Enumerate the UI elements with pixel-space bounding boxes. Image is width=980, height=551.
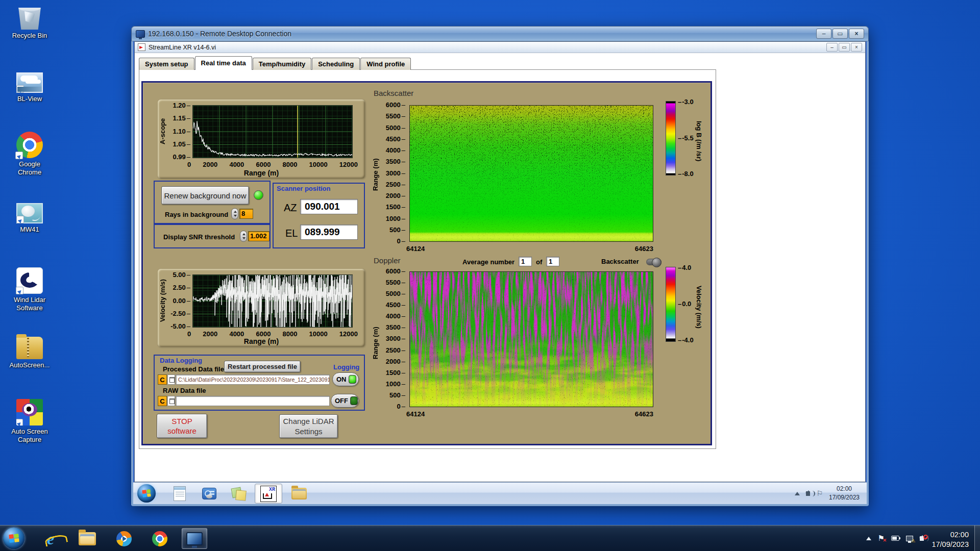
snr-value[interactable]: 1.002 (248, 231, 270, 241)
average-number-value[interactable]: 1 (519, 257, 532, 266)
tick-label: 0 (397, 238, 405, 244)
host-taskbar-wmp-button[interactable] (111, 528, 137, 549)
tick-label: 4500 (386, 136, 405, 142)
tick-label: 0.99 (173, 154, 190, 160)
desktop-icon-label: BL-View (7, 95, 52, 103)
tab-wind-profile[interactable]: Wind profile (360, 58, 411, 70)
remote-volume-icon[interactable] (806, 491, 810, 496)
vi-restore-button[interactable]: ▭ (839, 43, 850, 52)
doppler-x-end: 64623 (623, 410, 653, 418)
host-taskbar-rdp-button[interactable] (182, 528, 207, 549)
az-label: AZ (284, 202, 297, 214)
backscatter-toggle-label: Backscatter (601, 258, 639, 265)
stop-software-button[interactable]: STOP software (157, 414, 207, 438)
desktop-icon-zip-folder[interactable]: AutoScreen... (7, 335, 52, 369)
remote-taskbar-notepad-button[interactable] (166, 484, 193, 504)
tick-label: 2500 (386, 347, 405, 353)
doppler-colorbar-label: Velocity (m/s) (695, 274, 703, 340)
vi-titlebar[interactable]: StreamLine XR v14-6.vi – ▭ × (135, 42, 865, 53)
az-value[interactable]: 090.001 (300, 199, 358, 214)
tick-label: 6000 (386, 268, 405, 274)
tick-label: 4000 (386, 147, 405, 153)
raw-drive-box[interactable]: C (158, 396, 167, 406)
tick-label: -3.0 (678, 99, 694, 105)
velocity-xlabel: Range (m) (158, 337, 365, 345)
rdp-titlebar[interactable]: 192.168.0.150 - Remote Desktop Connectio… (131, 26, 869, 41)
tick-label: 2500 (386, 182, 405, 187)
rays-value[interactable]: 8 (239, 209, 253, 219)
restart-processed-button[interactable]: Restart processed file (224, 361, 301, 372)
remote-clock[interactable]: 02:00 17/09/2023 (825, 485, 864, 502)
remote-taskbar-notes-button[interactable] (225, 484, 253, 504)
action-center-icon[interactable]: ⚑✕ (878, 534, 885, 543)
tick-label: 4000 (386, 313, 405, 319)
desktop-icon-auto-screen-capture[interactable]: Auto Screen Capture (7, 399, 52, 444)
tick-label: 8000 (283, 330, 298, 338)
remote-taskbar-settings-button[interactable] (195, 484, 223, 504)
tick-label: 4000 (229, 161, 244, 168)
doppler-colorbar-ticks: 4.00.0-4.0 (678, 265, 694, 343)
desktop-icon-chrome[interactable]: Google Chrome (7, 132, 52, 177)
scanner-position-box: Scanner position AZ 090.001 EL 089.999 (273, 183, 365, 248)
vi-minimize-button[interactable]: – (826, 43, 838, 52)
vi-close-button[interactable]: × (851, 43, 862, 52)
tick-label: 3000 (386, 170, 405, 176)
tick-label: 2000 (203, 161, 217, 168)
maximize-button[interactable]: ▭ (832, 29, 848, 39)
desktop-icon-bl-view[interactable]: BL-View (7, 69, 52, 103)
processed-path-field[interactable]: C:\Lidar\Data\Proc\2023\202309\20230917\… (176, 374, 330, 385)
snr-spinner[interactable] (240, 231, 247, 242)
tick-label: 2000 (386, 193, 405, 198)
host-taskbar-ie-button[interactable]: e (38, 528, 63, 549)
network-warning-icon[interactable]: ⚠ (906, 536, 913, 541)
el-value[interactable]: 089.999 (300, 224, 358, 240)
bl-view-icon (16, 72, 43, 93)
backscatter-toggle[interactable] (646, 259, 662, 265)
tick-label: -5.00 (170, 323, 190, 329)
tick-label: -4.0 (678, 337, 694, 343)
remote-taskbar-folder-button[interactable] (285, 484, 313, 504)
desktop-icon-recycle-bin[interactable]: Recycle Bin (7, 3, 52, 40)
tray-expand-icon[interactable] (866, 537, 871, 540)
backscatter-yticks: 6000550050004500400035003000250020001500… (381, 102, 405, 244)
remote-tray-expand-icon[interactable] (795, 492, 800, 495)
off-led (350, 396, 358, 405)
remote-action-center-icon[interactable]: ⚐ (816, 489, 823, 497)
processed-logging-on-button[interactable]: ON (332, 372, 359, 386)
tab-temp-humidity[interactable]: Temp/humidity (253, 58, 311, 70)
shortcut-arrow-icon (16, 287, 23, 294)
processed-file-label: Processed Data file (163, 365, 224, 373)
renew-background-button[interactable]: Renew background now (161, 186, 249, 205)
raw-logging-off-button[interactable]: OFF (331, 394, 359, 408)
processed-browse-icon[interactable] (167, 374, 175, 385)
tab-real-time-data[interactable]: Real time data (195, 56, 252, 70)
rays-spinner[interactable] (231, 208, 238, 219)
remote-taskbar-streamline-button[interactable]: XR (255, 484, 282, 504)
close-button[interactable]: × (849, 29, 864, 39)
velocity-plot (192, 274, 353, 328)
battery-icon[interactable] (891, 536, 899, 541)
processed-drive-box[interactable]: C (158, 374, 167, 385)
host-clock[interactable]: 02:00 17/09/2023 (923, 530, 969, 549)
background-box: Renew background now Rays in background … (154, 181, 271, 224)
host-start-button[interactable] (3, 528, 24, 549)
show-desktop-button[interactable] (974, 525, 980, 551)
minimize-button[interactable]: – (816, 29, 831, 39)
average-total-value[interactable]: 1 (546, 257, 559, 266)
remote-start-button[interactable] (137, 484, 156, 503)
desktop-icon-mw41[interactable]: MW41 (7, 200, 52, 234)
host-taskbar-chrome-button[interactable] (147, 528, 173, 549)
data-logging-box: Data Logging Processed Data file Restart… (154, 355, 365, 411)
el-label: EL (285, 228, 298, 239)
tick-label: 1000 (386, 381, 405, 387)
raw-browse-icon[interactable] (167, 396, 175, 406)
change-lidar-settings-button[interactable]: Change LiDAR Settings (279, 414, 338, 438)
tick-label: 0 (187, 330, 191, 338)
desktop-icon-wind-lidar[interactable]: Wind Lidar Software (7, 267, 52, 313)
host-taskbar-explorer-button[interactable] (75, 528, 100, 549)
raw-path-field[interactable] (176, 396, 330, 406)
tab-scheduling[interactable]: Scheduling (312, 58, 360, 70)
doppler-ylabel: Range (m) (372, 302, 379, 384)
tab-system-setup[interactable]: System setup (139, 58, 194, 70)
host-taskbar: e ⚑✕ ⚠ 02:00 17/09/2023 (0, 525, 980, 551)
